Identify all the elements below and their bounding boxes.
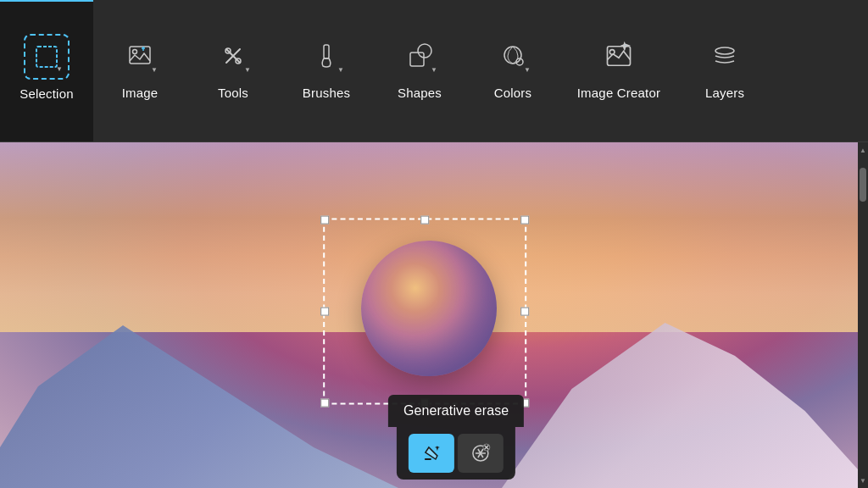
context-menu-label: Generative erase xyxy=(388,395,524,427)
svg-point-13 xyxy=(609,50,615,55)
selection-icon-wrap: ▼ xyxy=(24,34,70,80)
handle-top-left[interactable] xyxy=(320,216,329,225)
context-menu-buttons xyxy=(397,427,515,480)
svg-point-2 xyxy=(133,50,137,54)
handle-top-center[interactable] xyxy=(420,216,429,225)
tools-chevron: ▼ xyxy=(244,66,251,74)
image-icon xyxy=(126,42,153,69)
svg-point-9 xyxy=(418,44,431,58)
erase-pattern-icon xyxy=(468,441,493,466)
selection-label: Selection xyxy=(19,86,74,101)
toolbar: ▼ Selection ▼ Image ▼ Tools xyxy=(0,0,868,142)
erase-pattern-button[interactable] xyxy=(458,434,504,473)
svg-rect-1 xyxy=(130,47,150,64)
image-creator-icon-wrap xyxy=(596,33,642,79)
svg-point-14 xyxy=(715,47,734,54)
colors-icon xyxy=(499,42,526,69)
shapes-icon-wrap: ▼ xyxy=(397,33,442,79)
context-menu: Generative erase xyxy=(388,395,524,480)
image-chevron: ▼ xyxy=(151,66,158,74)
handle-top-right[interactable] xyxy=(520,216,529,225)
toolbar-item-tools[interactable]: ▼ Tools xyxy=(186,0,280,141)
selection-chevron: ▼ xyxy=(56,65,63,73)
brushes-icon xyxy=(313,42,340,69)
generative-erase-button[interactable] xyxy=(409,434,454,473)
scroll-thumb[interactable] xyxy=(860,168,866,202)
image-icon-wrap: ▼ xyxy=(117,33,163,79)
image-label: Image xyxy=(122,86,159,100)
scroll-up-arrow[interactable]: ▲ xyxy=(858,142,868,158)
svg-rect-0 xyxy=(36,47,57,67)
canvas-area[interactable]: Generative erase xyxy=(0,142,858,488)
svg-rect-8 xyxy=(410,53,424,66)
tools-label: Tools xyxy=(218,86,248,100)
shapes-chevron: ▼ xyxy=(431,66,437,74)
colors-icon-wrap: ▼ xyxy=(490,33,536,79)
handle-middle-left[interactable] xyxy=(320,308,329,316)
svg-rect-7 xyxy=(324,45,329,58)
toolbar-item-brushes[interactable]: ▼ Brushes xyxy=(280,0,373,141)
layers-label: Layers xyxy=(705,86,744,100)
colors-chevron: ▼ xyxy=(524,66,531,74)
scroll-down-arrow[interactable]: ▼ xyxy=(858,473,868,488)
brushes-chevron: ▼ xyxy=(337,66,344,74)
selection-rectangle[interactable] xyxy=(323,219,526,405)
toolbar-item-image[interactable]: ▼ Image xyxy=(93,0,186,141)
layers-icon xyxy=(711,42,738,69)
toolbar-item-shapes[interactable]: ▼ Shapes xyxy=(373,0,466,141)
image-creator-icon xyxy=(604,41,634,71)
shapes-label: Shapes xyxy=(398,86,442,100)
handle-bottom-left[interactable] xyxy=(320,399,329,408)
toolbar-item-selection[interactable]: ▼ Selection xyxy=(0,0,93,141)
scrollbar[interactable]: ▲ ▼ xyxy=(858,142,868,488)
shapes-icon xyxy=(406,42,433,69)
image-creator-label: Image Creator xyxy=(577,86,660,100)
toolbar-item-image-creator[interactable]: Image Creator xyxy=(559,0,678,141)
toolbar-item-layers[interactable]: Layers xyxy=(678,0,771,141)
colors-label: Colors xyxy=(494,86,532,100)
layers-icon-wrap xyxy=(702,33,748,79)
erase-sparkle-icon xyxy=(419,441,444,466)
scroll-track[interactable] xyxy=(860,159,866,471)
tools-icon-wrap: ▼ xyxy=(210,33,256,79)
tools-icon xyxy=(220,42,247,69)
brushes-icon-wrap: ▼ xyxy=(303,33,349,79)
svg-point-10 xyxy=(504,47,521,64)
toolbar-item-colors[interactable]: ▼ Colors xyxy=(466,0,559,141)
handle-middle-right[interactable] xyxy=(520,308,529,316)
brushes-label: Brushes xyxy=(303,86,350,100)
